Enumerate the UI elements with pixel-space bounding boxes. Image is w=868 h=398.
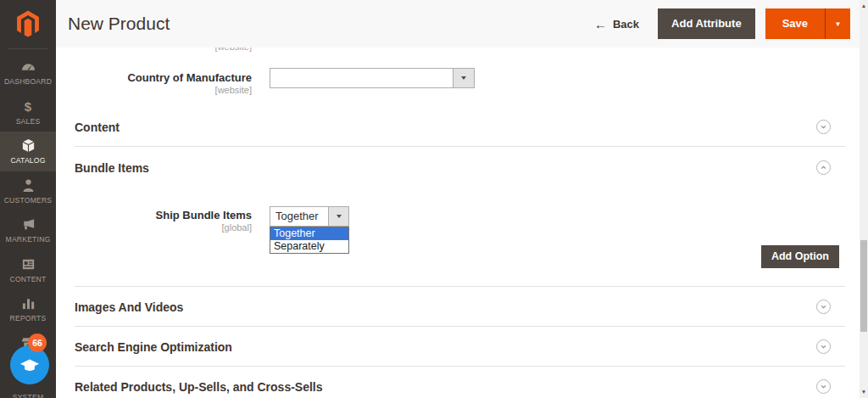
reports-chart-icon [20,295,36,311]
section-bundle-items[interactable]: Bundle Items [75,161,149,175]
content-layout-icon [20,256,36,272]
section-seo-collapse-button[interactable] [816,339,831,354]
scrollbar-up-arrow[interactable]: ▲ [860,2,868,10]
ship-select-arrow-button[interactable] [328,207,348,226]
sidebar-item-customers[interactable]: CUSTOMERS [0,171,56,211]
sidebar-item-marketing[interactable]: MARKETING [0,210,56,250]
section-divider [75,326,845,327]
ship-select-dropdown-list: Together Separately [270,227,349,254]
sidebar-item-label: MARKETING [6,235,51,244]
ship-bundle-items-select[interactable]: Together [270,206,349,227]
scrollbar-thumb[interactable] [860,240,867,332]
chevron-up-icon [818,162,829,173]
marketing-megaphone-icon [20,216,36,233]
sidebar-item-label: REPORTS [10,314,47,322]
scrollbar-down-arrow[interactable]: ▼ [860,388,868,396]
help-tour-button[interactable] [10,345,49,384]
sidebar-item-catalog[interactable]: CATALOG [0,132,56,171]
sidebar-item-content[interactable]: CONTENT [0,250,56,290]
section-images-and-videos[interactable]: Images And Videos [75,300,183,314]
sidebar-item-dashboard[interactable]: DASHBOARD [0,53,56,92]
customers-person-icon [20,177,36,193]
sidebar-item-label: CATALOG [10,156,45,165]
section-divider [75,366,845,367]
chevron-down-icon [818,381,829,392]
caret-down-icon [461,76,466,80]
save-dropdown-button[interactable]: ▼ [825,8,850,39]
back-arrow-icon: ← [594,17,607,31]
section-bundle-items-collapse-button[interactable] [816,160,831,175]
sidebar-item-sales[interactable]: $ SALES [0,92,56,132]
admin-sidebar: DASHBOARD $ SALES CATALOG CUSTOMERS MARK… [0,0,56,398]
back-button[interactable]: ← Back [594,17,639,31]
country-scope-label: [website] [56,85,252,95]
sidebar-item-label: SALES [16,117,41,126]
sidebar-item-label: DASHBOARD [4,77,52,86]
ship-bundle-items-label-group: Ship Bundle Items [global] [56,209,252,233]
sidebar-item-label: CONTENT [10,275,47,283]
graduation-cap-icon [17,352,42,378]
dashboard-gauge-icon [20,59,36,75]
add-option-button[interactable]: Add Option [761,245,839,268]
country-of-manufacture-label: Country of Manufacture [56,71,252,84]
chevron-down-icon [818,121,829,132]
section-divider [75,286,845,287]
chevron-down-icon [818,341,829,352]
save-split-button: Save ▼ [765,8,850,39]
main-content: [website] Country of Manufacture [websit… [56,0,860,398]
magento-logo-icon [16,10,40,37]
notification-count-badge[interactable]: 66 [28,334,47,352]
ship-bundle-items-label: Ship Bundle Items [56,209,252,221]
save-button[interactable]: Save [765,8,825,39]
section-content[interactable]: Content [75,121,120,134]
sidebar-item-label: SYSTEM [13,393,44,398]
ship-scope-label: [global] [56,222,252,233]
catalog-box-icon [20,137,36,154]
chevron-down-icon [818,301,829,312]
sidebar-item-label: CUSTOMERS [4,196,53,205]
country-select-arrow-button[interactable] [453,69,474,87]
back-label: Back [613,18,639,31]
sidebar-item-reports[interactable]: REPORTS [0,289,56,329]
sales-dollar-icon: $ [25,98,31,115]
section-images-collapse-button[interactable] [816,300,831,314]
section-seo[interactable]: Search Engine Optimization [75,340,232,354]
vertical-scrollbar[interactable]: ▲ ▼ [860,0,868,398]
section-related-products[interactable]: Related Products, Up-Sells, and Cross-Se… [75,380,323,394]
country-select-value [270,69,453,87]
magento-logo[interactable] [0,0,56,48]
page-title: New Product [68,14,594,34]
sidebar-divider [8,48,47,49]
country-of-manufacture-select[interactable] [270,68,475,88]
section-content-collapse-button[interactable] [816,120,831,134]
dropdown-option-together[interactable]: Together [270,227,348,240]
section-divider [75,146,845,147]
section-related-collapse-button[interactable] [816,379,831,394]
dropdown-option-separately[interactable]: Separately [270,240,348,253]
add-attribute-button[interactable]: Add Attribute [658,8,755,39]
caret-down-icon [337,215,342,218]
ship-select-value: Together [270,207,328,226]
badge-count: 66 [32,338,42,348]
caret-down-icon: ▼ [835,20,842,28]
page-header: New Product ← Back Add Attribute Save ▼ [56,0,860,48]
country-of-manufacture-label-group: Country of Manufacture [website] [56,71,252,95]
